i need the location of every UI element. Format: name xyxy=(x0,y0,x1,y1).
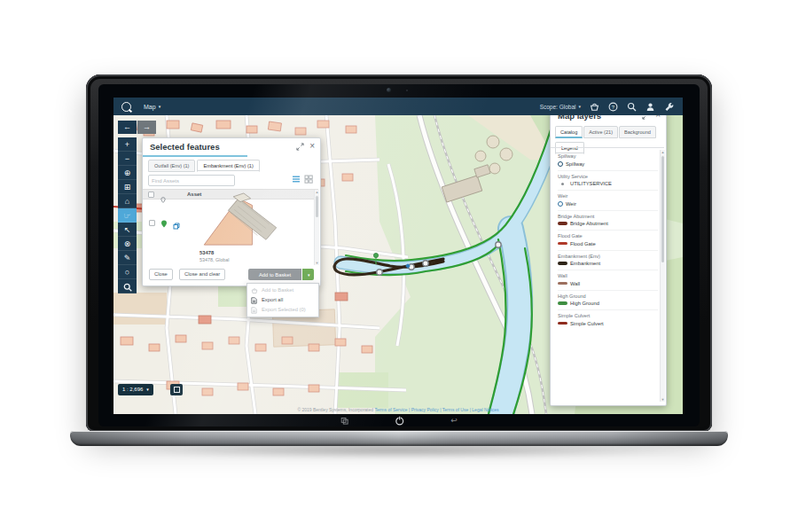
asset-id: 53478 xyxy=(200,250,214,255)
zoom-out-button[interactable]: − xyxy=(118,152,137,166)
legend-scrollbar[interactable]: ▲ ▼ xyxy=(660,150,665,402)
selected-features-panel: Selected features × Outfall (Env) (1) Em… xyxy=(142,137,321,286)
tab-catalog[interactable]: Catalog xyxy=(555,126,583,138)
close-and-clear-button[interactable]: Close and clear xyxy=(179,269,225,280)
chevron-down-icon: ▾ xyxy=(146,387,149,392)
locate-column-icon xyxy=(160,191,166,207)
legend-group: Simple Culvert Simple Culvert xyxy=(558,310,658,330)
scope-selector[interactable]: Scope: Global ▾ xyxy=(540,104,581,110)
scope-label: Scope: Global xyxy=(540,104,576,110)
legend-swatch xyxy=(558,282,567,286)
legend-swatch xyxy=(558,161,563,167)
tab-embankment[interactable]: Embankment (Env) (1) xyxy=(197,160,259,172)
search-icon xyxy=(627,102,637,112)
user-button[interactable] xyxy=(645,102,655,112)
tab-active[interactable]: Active (21) xyxy=(583,126,618,138)
list-view-icon[interactable] xyxy=(292,175,301,184)
close-button[interactable]: Close xyxy=(149,269,173,280)
add-to-basket-button[interactable]: Add to Basket xyxy=(248,269,301,280)
row-checkbox[interactable] xyxy=(149,220,155,226)
clear-selection-button[interactable]: ⊗ xyxy=(118,237,137,251)
scale-value: 1 : 2,696 xyxy=(122,384,143,395)
document-icon xyxy=(251,307,257,314)
basket-icon xyxy=(590,102,599,112)
circle-select-button[interactable]: ○ xyxy=(118,265,137,279)
legend-swatch xyxy=(558,322,567,325)
active-tab-underline xyxy=(143,155,247,157)
close-panel-icon[interactable]: × xyxy=(309,142,315,151)
back-hardware-icon[interactable]: ↩ xyxy=(450,417,458,425)
menu-item-add-to-basket[interactable]: Add to Basket xyxy=(247,286,318,295)
scene: Map ▾ Scope: Global ▾ xyxy=(0,0,798,532)
map-scale-selector[interactable]: 1 : 2,696 ▾ xyxy=(118,384,153,395)
recent-apps-hardware-icon[interactable] xyxy=(340,417,348,425)
legend-group: Utility Service UTILITYSERVICE xyxy=(558,171,658,192)
zoom-window-button[interactable]: ⊕ xyxy=(118,166,137,180)
nav-back-button[interactable]: ← xyxy=(118,121,137,134)
legend-group: Embankment (Env) Embankment xyxy=(558,251,658,271)
sensor-dot xyxy=(406,90,408,91)
measure-tool-button[interactable]: ✎ xyxy=(118,251,137,265)
asset-subtitle: 53478, Global xyxy=(200,257,230,262)
scroll-down-icon[interactable]: ▼ xyxy=(315,261,319,265)
brand-logo-icon xyxy=(121,102,131,112)
scroll-up-icon[interactable]: ▲ xyxy=(661,150,665,154)
power-hardware-icon[interactable] xyxy=(395,416,404,426)
legend-group: Flood Gate Flood Gate xyxy=(558,231,658,251)
search-map-button[interactable] xyxy=(118,279,137,293)
back-arrow-icon: ← xyxy=(123,122,131,131)
deselect-icon: ⊗ xyxy=(124,239,131,248)
zoom-in-button[interactable]: + xyxy=(118,137,137,152)
embankment-3d-thumbnail[interactable] xyxy=(198,192,282,252)
tab-outfall[interactable]: Outfall (Env) (1) xyxy=(148,160,195,172)
home-icon: ⌂ xyxy=(125,197,129,206)
zoom-extents-button[interactable]: ⊞ xyxy=(118,180,137,194)
app-window: Map ▾ Scope: Global ▾ xyxy=(113,98,683,414)
tab-background[interactable]: Background xyxy=(619,126,656,138)
top-nav-bar: Map ▾ Scope: Global ▾ xyxy=(113,98,683,115)
chevron-down-icon: ▾ xyxy=(578,105,581,109)
copyright-bar: © 2019 Bentley Systems, Incorporated Ter… xyxy=(113,407,683,412)
expand-panel-icon[interactable] xyxy=(296,143,304,151)
basket-button[interactable] xyxy=(590,102,599,112)
scale-lock-button[interactable] xyxy=(170,384,183,395)
locate-on-map-icon[interactable] xyxy=(160,215,168,231)
select-all-checkbox[interactable] xyxy=(148,192,154,198)
help-button[interactable]: ? xyxy=(608,102,618,112)
legend-swatch xyxy=(558,242,567,246)
add-to-basket-menu-button[interactable]: ▾ xyxy=(302,269,314,280)
map-menu-label: Map xyxy=(144,104,156,110)
pencil-measure-icon: ✎ xyxy=(124,254,131,262)
legend-group: Wall Wall xyxy=(558,270,658,291)
map-menu-button[interactable]: Map ▾ xyxy=(144,104,160,110)
forward-arrow-icon: → xyxy=(143,122,151,131)
legend-group: High Ground High Ground xyxy=(558,291,658,311)
extent-icon xyxy=(174,387,180,393)
search-button[interactable] xyxy=(627,102,637,112)
grid-view-icon[interactable] xyxy=(304,175,313,184)
menu-item-export-all[interactable]: Export all xyxy=(247,295,318,305)
copyright-text: © 2019 Bentley Systems, Incorporated xyxy=(297,407,373,412)
find-assets-input[interactable] xyxy=(148,175,235,186)
home-view-button[interactable]: ⌂ xyxy=(118,194,137,208)
panel-title: Selected features xyxy=(150,142,220,152)
laptop-frame: Map ▾ Scope: Global ▾ xyxy=(86,74,712,432)
scroll-down-icon[interactable]: ▼ xyxy=(661,397,665,402)
magnifier-icon xyxy=(123,283,132,292)
select-tool-button[interactable]: ↖ xyxy=(118,223,137,237)
webcam-dot xyxy=(387,88,391,92)
zoom-extents-icon: ⊞ xyxy=(124,183,131,192)
view-model-icon[interactable] xyxy=(173,217,180,233)
plus-icon: + xyxy=(125,140,129,149)
legal-links[interactable]: Terms of Service | Privacy Policy | Term… xyxy=(374,407,498,412)
menu-item-export-selected[interactable]: Export Selected (0) xyxy=(247,305,318,315)
scroll-up-icon[interactable]: ▲ xyxy=(315,190,319,194)
settings-button[interactable] xyxy=(664,102,674,112)
nav-forward-button[interactable]: → xyxy=(137,121,156,134)
pan-tool-button-selected[interactable]: ☞ xyxy=(118,208,137,223)
results-scrollbar[interactable]: ▲ ▼ xyxy=(314,190,319,265)
legend-swatch xyxy=(558,222,567,225)
legend-group: Weir Weir xyxy=(558,191,658,211)
hand-pointer-icon: ☞ xyxy=(123,211,130,220)
legend-swatch xyxy=(558,262,567,265)
